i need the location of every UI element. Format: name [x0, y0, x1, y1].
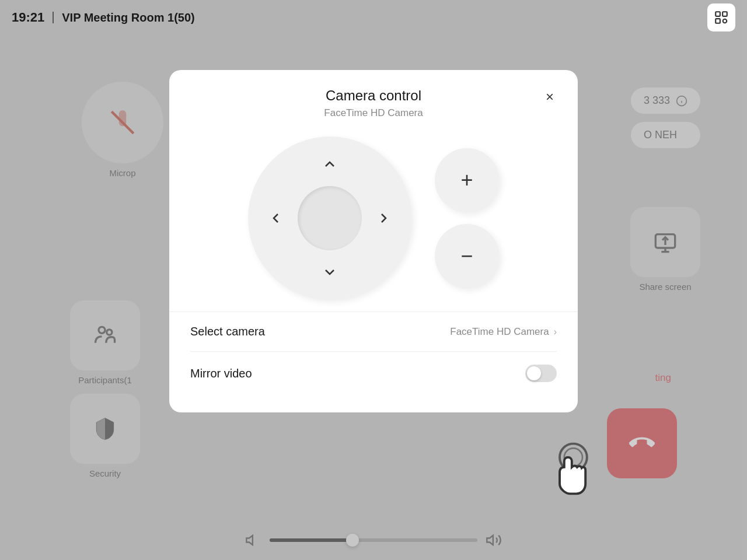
- dpad-left-button[interactable]: [264, 206, 288, 230]
- zoom-in-button[interactable]: +: [435, 148, 499, 212]
- dpad-down-button[interactable]: [318, 260, 341, 284]
- dpad-center[interactable]: [298, 186, 362, 250]
- status-bar: 19:21 VIP Meeting Room 1(50): [0, 0, 747, 35]
- right-arrow-icon: [376, 211, 390, 225]
- svg-rect-2: [715, 19, 720, 23]
- chevron-right-icon: ›: [554, 327, 557, 337]
- modal-settings: Select camera FaceTime HD Camera › Mirro…: [169, 312, 578, 395]
- select-camera-row[interactable]: Select camera FaceTime HD Camera ›: [190, 312, 557, 352]
- camera-controls: + −: [169, 125, 578, 312]
- dpad-right-button[interactable]: [372, 206, 395, 230]
- mirror-video-label: Mirror video: [190, 367, 252, 380]
- status-time: 19:21: [12, 10, 44, 25]
- up-arrow-icon: [323, 158, 337, 172]
- zoom-out-button[interactable]: −: [435, 224, 499, 288]
- settings-button[interactable]: [707, 4, 735, 32]
- svg-rect-1: [722, 12, 727, 16]
- close-button[interactable]: ×: [539, 86, 560, 107]
- svg-point-3: [723, 19, 727, 23]
- status-divider: [53, 12, 54, 23]
- toggle-thumb: [527, 366, 541, 380]
- dpad-up-button[interactable]: [318, 153, 341, 176]
- modal-title: Camera control: [190, 88, 557, 104]
- svg-rect-0: [715, 12, 720, 16]
- zoom-controls: + −: [435, 148, 499, 288]
- down-arrow-icon: [323, 265, 337, 279]
- mirror-video-toggle[interactable]: [525, 365, 557, 382]
- status-room: VIP Meeting Room 1(50): [62, 11, 194, 24]
- left-arrow-icon: [269, 211, 283, 225]
- select-camera-value-area: FaceTime HD Camera ›: [450, 326, 557, 338]
- modal-title-area: Camera control FaceTime HD Camera: [190, 88, 557, 119]
- modal-header: Camera control FaceTime HD Camera ×: [169, 70, 578, 125]
- mirror-video-row: Mirror video: [190, 352, 557, 395]
- camera-control-modal: Camera control FaceTime HD Camera ×: [169, 70, 578, 412]
- select-camera-value: FaceTime HD Camera: [450, 326, 549, 338]
- select-camera-label: Select camera: [190, 325, 265, 338]
- settings-icon: [714, 10, 729, 25]
- dpad: [248, 136, 411, 300]
- modal-subtitle: FaceTime HD Camera: [190, 107, 557, 119]
